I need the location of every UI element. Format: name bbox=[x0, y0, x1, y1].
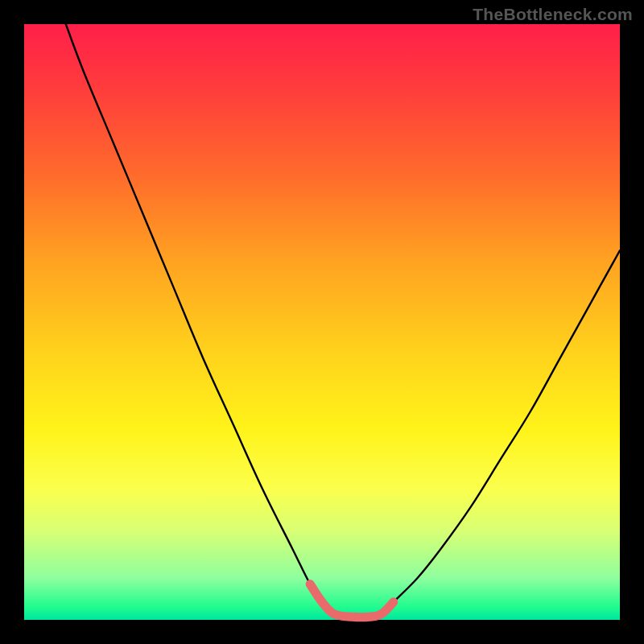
bottleneck-curve bbox=[66, 24, 620, 617]
chart-frame: TheBottleneck.com bbox=[0, 0, 644, 644]
optimal-range-highlight bbox=[310, 584, 394, 617]
gradient-plot-area bbox=[24, 24, 620, 620]
curve-layer bbox=[24, 24, 620, 620]
watermark-text: TheBottleneck.com bbox=[473, 5, 633, 24]
